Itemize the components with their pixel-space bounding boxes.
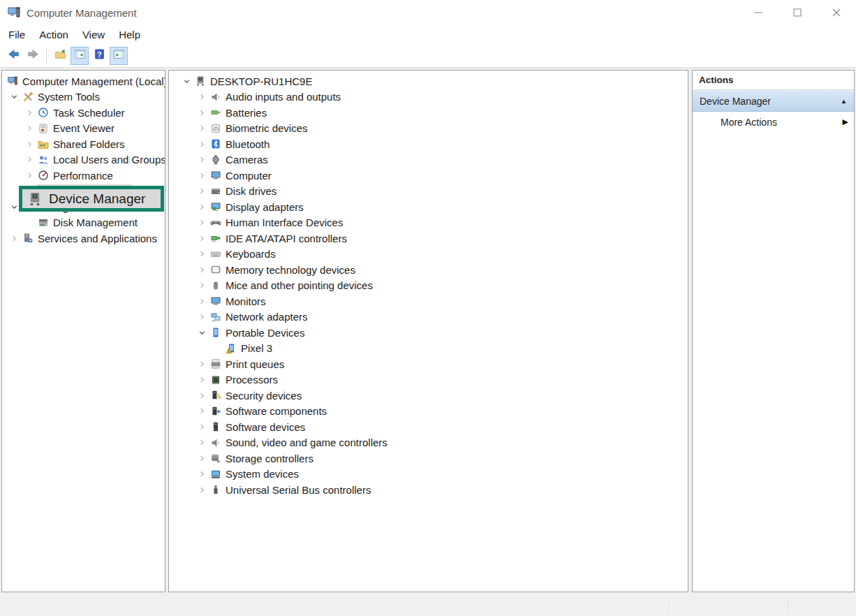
collapse-group-icon[interactable]: ▲ [841,98,847,105]
maximize-icon [793,8,802,17]
expand-chevron-icon[interactable] [22,170,37,181]
back-button[interactable] [4,47,22,65]
expand-chevron-icon[interactable] [6,233,22,244]
expand-chevron-icon[interactable] [194,233,209,244]
device-tree-item-bluetooth[interactable]: Bluetooth [169,136,688,152]
device-tree-item-memory-technology-devices[interactable]: Memory technology devices [169,262,688,278]
more-actions-item[interactable]: More Actions ▶ [693,112,854,132]
device-tree-item-cameras[interactable]: Cameras [169,152,688,168]
console-tree-item-computer-management-local[interactable]: Computer Management (Local) [2,73,165,89]
console-tree-item-disk-management[interactable]: Disk Management [2,215,165,231]
menu-view[interactable]: View [75,27,112,43]
expand-chevron-icon[interactable] [194,154,209,166]
device-tree-item-batteries[interactable]: Batteries [169,105,688,121]
expand-chevron-icon[interactable] [194,406,209,417]
console-tree-item-services-and-applications[interactable]: Services and Applications [2,230,165,247]
expand-chevron-icon[interactable] [194,264,209,275]
actions-group-device-manager[interactable]: Device Manager ▲ [693,90,854,112]
device-tree-item-mice-and-other-pointing-devices[interactable]: Mice and other pointing devices [169,278,688,294]
menu-file[interactable]: File [1,27,32,43]
expand-chevron-icon[interactable] [194,107,209,118]
chevron-spacer [209,343,225,354]
ide-controller-icon [209,233,222,244]
expand-chevron-icon[interactable] [22,154,37,166]
content-area: Computer Management (Local)System ToolsT… [0,68,856,594]
menu-action[interactable]: Action [32,27,75,43]
device-tree-item-storage-controllers[interactable]: Storage controllers [169,450,688,467]
expand-chevron-icon[interactable] [194,484,209,495]
show-console-tree-button[interactable] [71,47,89,65]
minimize-button[interactable] [739,0,778,25]
expand-chevron-icon[interactable] [194,295,209,307]
device-tree-item-audio-inputs-and-outputs[interactable]: Audio inputs and outputs [169,89,688,105]
device-tree-item-monitors[interactable]: Monitors [169,293,688,309]
export-list-button[interactable] [51,47,69,65]
console-tree-item-performance[interactable]: Performance [2,168,165,184]
expand-chevron-icon[interactable] [194,311,209,323]
device-tree-item-software-devices[interactable]: Software devices [169,419,688,435]
tree-item-label: Security devices [226,390,302,402]
collapse-chevron-icon[interactable] [194,327,209,338]
expand-chevron-icon[interactable] [194,91,209,103]
console-tree-item-system-tools[interactable]: System Tools [2,89,165,105]
device-tree-item-print-queues[interactable]: Print queues [169,356,688,372]
expand-chevron-icon[interactable] [194,123,209,134]
expand-chevron-icon[interactable] [194,201,209,212]
help-button[interactable]: ? [90,47,108,65]
device-tree-item-sound-video-and-game-controllers[interactable]: Sound, video and game controllers [169,435,688,451]
expand-chevron-icon[interactable] [194,374,209,386]
device-tree-item-processors[interactable]: Processors [169,372,688,388]
expand-chevron-icon[interactable] [194,217,209,228]
expand-chevron-icon[interactable] [194,469,209,480]
expand-chevron-icon[interactable] [22,107,37,118]
expand-chevron-icon[interactable] [22,123,37,134]
expand-chevron-icon[interactable] [194,249,209,260]
device-tree-item-computer[interactable]: Computer [169,168,688,184]
status-bar [0,594,856,616]
system-tools-icon [22,91,34,103]
expand-chevron-icon[interactable] [194,280,209,291]
device-tree-item-display-adapters[interactable]: Display adapters [169,199,688,215]
device-tree-item-portable-devices[interactable]: Portable Devices [169,325,688,341]
expand-chevron-icon[interactable] [194,170,209,181]
submenu-arrow-icon: ▶ [843,117,848,126]
tree-item-label: Cameras [226,154,268,166]
collapse-chevron-icon[interactable] [179,75,194,87]
device-tree-item-pixel-3[interactable]: Pixel 3 [169,341,688,357]
expand-chevron-icon[interactable] [194,138,209,149]
expand-chevron-icon[interactable] [194,453,209,464]
console-tree-item-event-viewer[interactable]: Event Viewer [2,121,165,137]
actions-group-title: Device Manager [700,96,771,107]
toolbar-separator [46,48,47,64]
device-tree-item-desktop-ru1hc9e[interactable]: DESKTOP-RU1HC9E [169,73,688,89]
device-tree-item-security-devices[interactable]: Security devices [169,388,688,404]
expand-chevron-icon[interactable] [194,437,209,448]
expand-chevron-icon[interactable] [194,186,209,197]
device-tree-item-universal-serial-bus-controllers[interactable]: Universal Serial Bus controllers [169,482,688,498]
device-tree-item-ide-ata-atapi-controllers[interactable]: IDE ATA/ATAPI controllers [169,230,688,247]
device-tree-item-software-components[interactable]: Software components [169,404,688,420]
console-tree-item-local-users-and-groups[interactable]: Local Users and Groups [2,152,165,168]
collapse-chevron-icon[interactable] [6,91,22,103]
system-device-icon [209,468,222,480]
maximize-button[interactable] [778,0,817,25]
computer-management-window: Computer Management FileActionViewHelp ?… [0,0,856,616]
expand-chevron-icon[interactable] [22,138,37,149]
expand-chevron-icon[interactable] [194,390,209,401]
device-tree-item-keyboards[interactable]: Keyboards [169,247,688,263]
menu-help[interactable]: Help [112,27,147,43]
device-tree-item-network-adapters[interactable]: Network adapters [169,309,688,325]
device-tree-item-system-devices[interactable]: System devices [169,467,688,483]
device-manager-highlight-overlay[interactable]: Device Manager [19,186,164,212]
event-viewer-icon [37,122,50,134]
device-tree-item-disk-drives[interactable]: Disk drives [169,184,688,200]
expand-chevron-icon[interactable] [194,421,209,432]
forward-button[interactable] [24,47,42,65]
device-tree-item-human-interface-devices[interactable]: Human Interface Devices [169,215,688,231]
expand-chevron-icon[interactable] [194,358,209,369]
device-tree-item-biometric-devices[interactable]: Biometric devices [169,121,688,137]
show-action-pane-button[interactable] [110,47,128,65]
close-button[interactable] [817,0,856,25]
console-tree-item-task-scheduler[interactable]: Task Scheduler [2,105,165,121]
console-tree-item-shared-folders[interactable]: Shared Folders [2,136,165,152]
